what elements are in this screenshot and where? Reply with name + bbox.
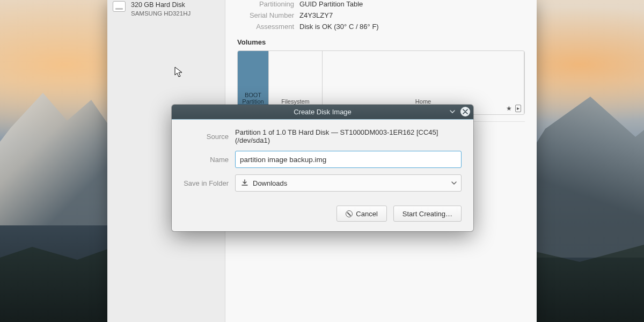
info-row-serial: Serial Number Z4Y3LZY7 [235, 11, 527, 19]
dialog-body: Source Partition 1 of 1.0 TB Hard Disk —… [172, 120, 473, 202]
create-disk-image-dialog: Create Disk Image Source Partition 1 of … [172, 105, 473, 231]
volume-boot-name: BOOT [245, 92, 261, 98]
drive-title: 320 GB Hard Disk [131, 1, 191, 10]
window-controls [448, 107, 470, 116]
volume-controls: ★ ▸ [506, 105, 521, 112]
close-button[interactable] [460, 107, 470, 116]
row-name: Name [184, 151, 462, 168]
volume-home-name: Home [415, 98, 431, 105]
close-icon [463, 109, 468, 114]
source-value: Partition 1 of 1.0 TB Hard Disk — ST1000… [235, 128, 462, 144]
dialog-title: Create Disk Image [294, 108, 352, 116]
volume-fs-name: Filesystem [281, 98, 310, 105]
assessment-value: Disk is OK (30° C / 86° F) [299, 23, 379, 31]
volume-menu-icon[interactable]: ▸ [515, 105, 521, 112]
dialog-actions: Cancel Start Creating… [172, 202, 473, 231]
info-row-partitioning: Partitioning GUID Partition Table [235, 0, 527, 8]
save-folder-selector[interactable]: Downloads [235, 174, 462, 192]
assessment-label: Assessment [235, 23, 299, 31]
serial-label: Serial Number [235, 11, 299, 19]
image-name-input[interactable] [235, 151, 462, 168]
start-creating-button[interactable]: Start Creating… [393, 206, 462, 222]
source-label: Source [184, 133, 235, 141]
name-label: Name [184, 156, 235, 164]
folder-value: Downloads [253, 179, 287, 187]
cancel-label: Cancel [356, 210, 377, 218]
download-icon [241, 179, 248, 187]
chevron-down-icon [449, 108, 456, 115]
start-label: Start Creating… [402, 210, 452, 218]
chevron-down-icon [451, 179, 457, 187]
row-source: Source Partition 1 of 1.0 TB Hard Disk —… [184, 128, 462, 144]
prohibit-icon [346, 210, 353, 217]
volumes-heading: Volumes [237, 38, 527, 46]
star-icon[interactable]: ★ [506, 105, 512, 112]
sidebar-drive-item[interactable]: 320 GB Hard Disk SAMSUNG HD321HJ [107, 0, 225, 23]
drive-model: SAMSUNG HD321HJ [131, 10, 191, 17]
serial-value: Z4Y3LZY7 [299, 11, 333, 19]
drive-text-block: 320 GB Hard Disk SAMSUNG HD321HJ [131, 1, 191, 17]
minimize-button[interactable] [448, 107, 457, 116]
hdd-icon [113, 1, 126, 12]
cancel-button[interactable]: Cancel [336, 206, 386, 222]
partitioning-label: Partitioning [235, 0, 299, 8]
info-row-assessment: Assessment Disk is OK (30° C / 86° F) [235, 23, 527, 31]
partitioning-value: GUID Partition Table [299, 0, 363, 8]
dialog-titlebar[interactable]: Create Disk Image [172, 105, 473, 120]
folder-label: Save in Folder [184, 179, 235, 187]
row-folder: Save in Folder Downloads [184, 174, 462, 192]
